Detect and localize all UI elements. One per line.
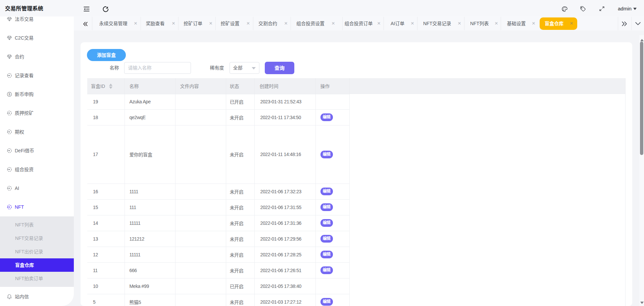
svg-text:$: $ bbox=[8, 92, 10, 96]
